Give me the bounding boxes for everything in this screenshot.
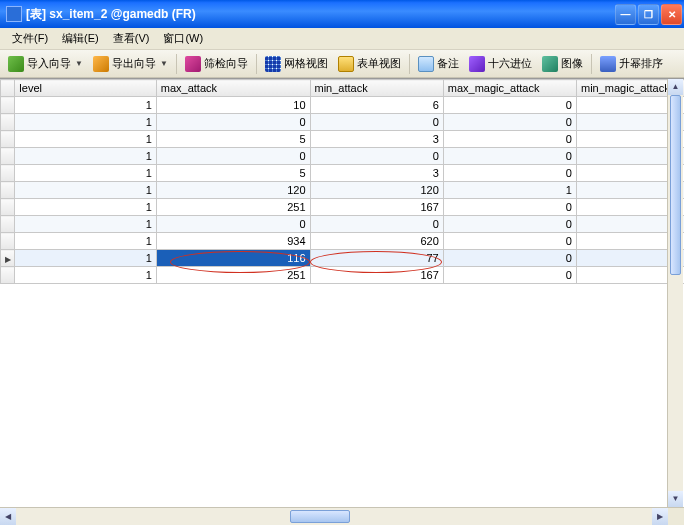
cell-level[interactable]: 1 (15, 216, 156, 233)
sort-asc-button[interactable]: 升幂排序 (596, 54, 667, 74)
cell-max-magic-attack[interactable]: 0 (443, 131, 576, 148)
cell-max-magic-attack[interactable]: 0 (443, 114, 576, 131)
data-table[interactable]: level max_attack min_attack max_magic_at… (0, 79, 684, 284)
cell-level[interactable]: 1 (15, 97, 156, 114)
cell-max-attack[interactable]: 120 (156, 182, 310, 199)
cell-level[interactable]: 1 (15, 131, 156, 148)
col-min-attack[interactable]: min_attack (310, 80, 443, 97)
col-level[interactable]: level (15, 80, 156, 97)
cell-max-magic-attack[interactable]: 0 (443, 165, 576, 182)
cell-max-magic-attack[interactable]: 0 (443, 216, 576, 233)
col-max-magic-attack[interactable]: max_magic_attack (443, 80, 576, 97)
cell-level[interactable]: 1 (15, 148, 156, 165)
cell-level[interactable]: 1 (15, 199, 156, 216)
scroll-right-arrow[interactable]: ▶ (652, 508, 668, 525)
menu-file[interactable]: 文件(F) (6, 29, 54, 48)
cell-max-attack[interactable]: 116 (156, 250, 310, 267)
row-header[interactable] (1, 250, 15, 267)
header-row: level max_attack min_attack max_magic_at… (1, 80, 685, 97)
scroll-down-arrow[interactable]: ▼ (668, 491, 683, 507)
cell-level[interactable]: 1 (15, 233, 156, 250)
cell-min-attack[interactable]: 6 (310, 97, 443, 114)
vertical-scrollbar[interactable]: ▲ ▼ (667, 79, 683, 507)
form-icon (338, 56, 354, 72)
row-header[interactable] (1, 216, 15, 233)
table-row[interactable]: 19346200 (1, 233, 685, 250)
cell-level[interactable]: 1 (15, 114, 156, 131)
row-header[interactable] (1, 148, 15, 165)
table-row[interactable]: 1000 (1, 114, 685, 131)
row-header[interactable] (1, 131, 15, 148)
table-row[interactable]: 11060 (1, 97, 685, 114)
menu-window[interactable]: 窗口(W) (157, 29, 209, 48)
cell-max-attack[interactable]: 5 (156, 131, 310, 148)
cell-max-attack[interactable]: 251 (156, 199, 310, 216)
cell-min-attack[interactable]: 167 (310, 199, 443, 216)
table-row[interactable]: 12511670 (1, 267, 685, 284)
form-view-button[interactable]: 表单视图 (334, 54, 405, 74)
row-header[interactable] (1, 97, 15, 114)
row-header[interactable] (1, 182, 15, 199)
cell-min-attack[interactable]: 3 (310, 165, 443, 182)
scroll-thumb-v[interactable] (670, 95, 681, 275)
cell-max-attack[interactable]: 5 (156, 165, 310, 182)
cell-max-attack[interactable]: 0 (156, 114, 310, 131)
cell-level[interactable]: 1 (15, 250, 156, 267)
horizontal-scrollbar[interactable]: ◀ ▶ (0, 507, 684, 525)
scroll-up-arrow[interactable]: ▲ (668, 79, 683, 95)
import-wizard-button[interactable]: 导入向导▼ (4, 54, 87, 74)
cell-max-attack[interactable]: 10 (156, 97, 310, 114)
cell-min-attack[interactable]: 0 (310, 114, 443, 131)
table-row[interactable]: 12511670 (1, 199, 685, 216)
cell-max-attack[interactable]: 934 (156, 233, 310, 250)
cell-max-magic-attack[interactable]: 1 (443, 182, 576, 199)
image-button[interactable]: 图像 (538, 54, 587, 74)
export-wizard-button[interactable]: 导出向导▼ (89, 54, 172, 74)
table-row[interactable]: 1000 (1, 148, 685, 165)
cell-max-magic-attack[interactable]: 0 (443, 199, 576, 216)
cell-min-attack[interactable]: 0 (310, 148, 443, 165)
separator (256, 54, 257, 74)
cell-max-magic-attack[interactable]: 0 (443, 148, 576, 165)
table-row[interactable]: 1116770 (1, 250, 685, 267)
hex-button[interactable]: 十六进位 (465, 54, 536, 74)
cell-min-attack[interactable]: 77 (310, 250, 443, 267)
cell-level[interactable]: 1 (15, 267, 156, 284)
scroll-thumb-h[interactable] (290, 510, 350, 523)
cell-level[interactable]: 1 (15, 182, 156, 199)
cell-min-attack[interactable]: 620 (310, 233, 443, 250)
resize-grip[interactable] (668, 508, 684, 525)
note-button[interactable]: 备注 (414, 54, 463, 74)
grid-view-button[interactable]: 网格视图 (261, 54, 332, 74)
close-button[interactable]: ✕ (661, 4, 682, 25)
table-row[interactable]: 1530 (1, 165, 685, 182)
cell-max-magic-attack[interactable]: 0 (443, 267, 576, 284)
cell-max-magic-attack[interactable]: 0 (443, 233, 576, 250)
cell-max-attack[interactable]: 0 (156, 216, 310, 233)
row-header-corner[interactable] (1, 80, 15, 97)
cell-level[interactable]: 1 (15, 165, 156, 182)
scroll-left-arrow[interactable]: ◀ (0, 508, 16, 525)
table-row[interactable]: 1530 (1, 131, 685, 148)
cell-min-attack[interactable]: 0 (310, 216, 443, 233)
filter-wizard-button[interactable]: 筛检向导 (181, 54, 252, 74)
cell-max-magic-attack[interactable]: 0 (443, 97, 576, 114)
row-header[interactable] (1, 165, 15, 182)
menu-view[interactable]: 查看(V) (107, 29, 156, 48)
menu-edit[interactable]: 编辑(E) (56, 29, 105, 48)
table-row[interactable]: 11201201 (1, 182, 685, 199)
row-header[interactable] (1, 199, 15, 216)
row-header[interactable] (1, 114, 15, 131)
cell-min-attack[interactable]: 167 (310, 267, 443, 284)
maximize-button[interactable]: ❐ (638, 4, 659, 25)
table-row[interactable]: 1000 (1, 216, 685, 233)
col-max-attack[interactable]: max_attack (156, 80, 310, 97)
minimize-button[interactable]: — (615, 4, 636, 25)
row-header[interactable] (1, 233, 15, 250)
cell-max-magic-attack[interactable]: 0 (443, 250, 576, 267)
cell-min-attack[interactable]: 120 (310, 182, 443, 199)
cell-max-attack[interactable]: 251 (156, 267, 310, 284)
cell-min-attack[interactable]: 3 (310, 131, 443, 148)
cell-max-attack[interactable]: 0 (156, 148, 310, 165)
row-header[interactable] (1, 267, 15, 284)
